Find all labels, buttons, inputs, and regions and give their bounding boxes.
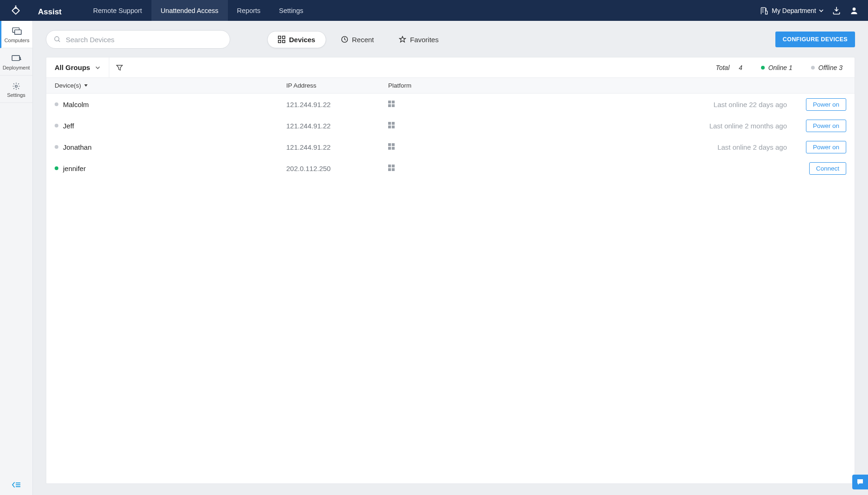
sidebar-item-settings[interactable]: Settings (0, 76, 32, 103)
device-ip: 121.244.91.22 (286, 122, 388, 130)
tab-recent[interactable]: Recent (331, 32, 384, 48)
stat-offline: Offline 3 (811, 64, 843, 71)
device-rows: Malcolm121.244.91.22Last online 22 days … (46, 94, 855, 179)
device-row[interactable]: Jeff121.244.91.22Last online 2 months ag… (46, 115, 855, 136)
sidebar: Computers + Deployment Settings (0, 21, 33, 495)
deployment-icon: + (11, 55, 21, 63)
tab-label: Recent (352, 36, 374, 44)
device-ip: 121.244.91.22 (286, 101, 388, 108)
sidebar-collapse[interactable] (0, 475, 32, 495)
download-icon[interactable] (832, 6, 841, 15)
svg-rect-14 (278, 40, 281, 43)
tab-label: Favorites (410, 36, 439, 44)
device-action-button[interactable]: Power on (806, 141, 846, 153)
svg-rect-22 (392, 122, 395, 125)
user-icon[interactable] (849, 6, 859, 15)
sidebar-item-deployment[interactable]: + Deployment (0, 48, 32, 76)
col-platform: Platform (388, 82, 661, 89)
chevron-down-icon (819, 8, 824, 13)
chevron-down-icon (95, 65, 101, 70)
star-icon (399, 36, 406, 43)
clock-icon (341, 36, 348, 43)
main-content: Devices Recent Favorites CONFIGURE DEVIC… (33, 21, 868, 495)
platform-icon (388, 143, 661, 151)
svg-line-11 (58, 40, 60, 42)
status-dot-icon (55, 166, 58, 170)
sidebar-item-computers[interactable]: Computers (0, 21, 32, 48)
group-filter-label: All Groups (55, 63, 90, 71)
configure-devices-button[interactable]: CONFIGURE DEVICES (775, 32, 855, 47)
sort-desc-icon (84, 83, 88, 88)
department-selector[interactable]: My Department (760, 6, 824, 15)
topnav-reports[interactable]: Reports (228, 0, 270, 21)
device-action-button[interactable]: Power on (806, 98, 846, 111)
device-name: jennifer (63, 165, 86, 172)
svg-rect-17 (388, 101, 391, 103)
funnel-icon (116, 64, 123, 71)
device-action-button[interactable]: Power on (806, 120, 846, 132)
device-ip: 121.244.91.22 (286, 143, 388, 151)
topnav-settings[interactable]: Settings (270, 0, 312, 21)
svg-rect-30 (392, 165, 395, 167)
status-dot-icon (55, 102, 58, 106)
tab-label: Devices (289, 36, 315, 44)
department-label: My Department (772, 7, 816, 14)
search-icon (54, 36, 61, 43)
computers-icon (12, 27, 22, 36)
zoho-assist-logo-icon (9, 4, 22, 17)
devices-card-header: All Groups Total 4 Online 1 (46, 57, 855, 78)
view-tabs: Devices Recent Favorites (267, 31, 449, 48)
platform-icon (388, 122, 661, 130)
svg-point-1 (853, 7, 856, 11)
platform-icon (388, 101, 661, 108)
status-dot-icon (55, 145, 58, 149)
sidebar-item-label: Computers (5, 38, 30, 43)
tab-devices[interactable]: Devices (267, 31, 326, 48)
tab-favorites[interactable]: Favorites (389, 32, 449, 48)
device-name: Jonathan (63, 143, 92, 151)
svg-rect-4 (12, 56, 19, 61)
svg-rect-18 (392, 101, 395, 103)
svg-rect-28 (392, 146, 395, 149)
search-input[interactable] (66, 36, 222, 44)
collapse-icon (12, 482, 21, 488)
chat-icon (856, 478, 864, 486)
device-action-button[interactable]: Connect (809, 162, 846, 175)
device-row[interactable]: Malcolm121.244.91.22Last online 22 days … (46, 94, 855, 115)
svg-rect-20 (392, 104, 395, 107)
svg-point-6 (15, 85, 18, 88)
toolbar: Devices Recent Favorites CONFIGURE DEVIC… (46, 30, 855, 49)
device-ip: 202.0.112.250 (286, 165, 388, 172)
topbar-right: My Department (760, 0, 868, 21)
svg-rect-26 (392, 143, 395, 146)
sidebar-item-label: Settings (7, 92, 25, 98)
chat-fab[interactable] (852, 475, 868, 489)
devices-card: All Groups Total 4 Online 1 (46, 57, 855, 484)
svg-point-0 (15, 5, 17, 6)
topbar: Zoho Assist Remote Support Unattended Ac… (0, 0, 868, 21)
search-box[interactable] (46, 30, 230, 49)
col-devices[interactable]: Device(s) (55, 82, 286, 89)
device-row[interactable]: jennifer202.0.112.250Connect (46, 158, 855, 179)
topnav-remote-support[interactable]: Remote Support (84, 0, 151, 21)
svg-point-10 (55, 37, 59, 41)
device-name: Malcolm (63, 101, 89, 108)
offline-dot-icon (811, 66, 815, 70)
svg-rect-31 (388, 168, 391, 171)
group-filter[interactable]: All Groups (46, 57, 109, 77)
svg-rect-19 (388, 104, 391, 107)
svg-rect-27 (388, 146, 391, 149)
svg-rect-3 (14, 30, 21, 34)
topnav-unattended-access[interactable]: Unattended Access (151, 0, 228, 21)
svg-rect-13 (283, 36, 285, 38)
stat-total: Total 4 (716, 64, 742, 71)
platform-icon (388, 165, 661, 172)
grid-icon (278, 36, 285, 43)
last-seen: Last online 2 months ago (661, 122, 791, 130)
brand[interactable]: Zoho Assist (0, 0, 84, 21)
last-seen: Last online 22 days ago (661, 101, 791, 108)
filter-button[interactable] (109, 57, 130, 77)
device-row[interactable]: Jonathan121.244.91.22Last online 2 days … (46, 136, 855, 158)
svg-rect-24 (392, 125, 395, 128)
svg-rect-15 (283, 40, 285, 43)
